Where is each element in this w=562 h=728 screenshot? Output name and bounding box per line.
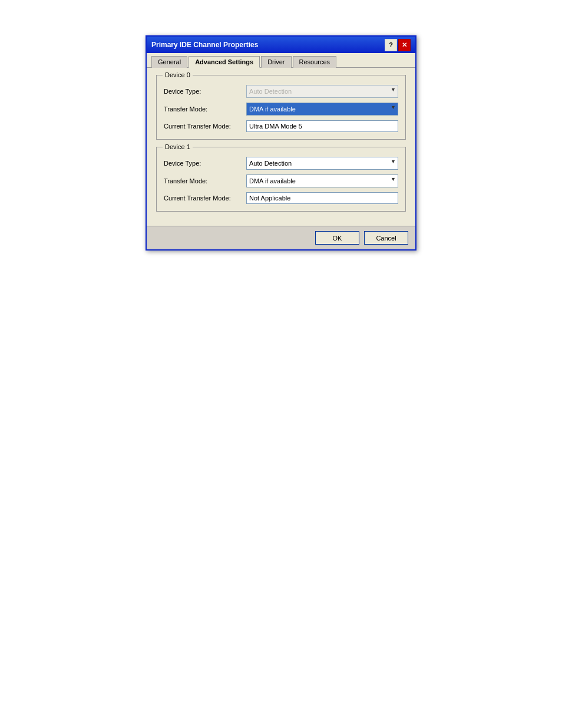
device0-legend: Device 0 (163, 71, 193, 78)
device1-transfer-wrapper: DMA if available (246, 174, 398, 187)
tab-driver[interactable]: Driver (261, 56, 291, 68)
tab-resources[interactable]: Resources (293, 56, 337, 68)
cancel-button[interactable]: Cancel (364, 231, 408, 245)
device1-type-wrapper: Auto Detection (246, 157, 398, 170)
dialog-window: Primary IDE Channel Properties ? ✕ Gener… (146, 35, 416, 251)
device1-current-label: Current Transfer Mode: (164, 195, 246, 202)
device0-type-wrapper: Auto Detection (246, 85, 398, 98)
device0-transfer-row: Transfer Mode: DMA if available (164, 103, 398, 116)
help-button[interactable]: ? (385, 39, 397, 51)
device1-transfer-select[interactable]: DMA if available (246, 174, 398, 187)
device1-legend: Device 1 (163, 143, 193, 150)
tab-bar: General Advanced Settings Driver Resourc… (147, 53, 415, 68)
title-bar: Primary IDE Channel Properties ? ✕ (147, 37, 415, 53)
device1-transfer-row: Transfer Mode: DMA if available (164, 174, 398, 187)
device1-current-row: Current Transfer Mode: (164, 192, 398, 204)
device0-type-row: Device Type: Auto Detection (164, 85, 398, 98)
device0-current-row: Current Transfer Mode: (164, 120, 398, 132)
device0-transfer-label: Transfer Mode: (164, 106, 246, 113)
device0-type-label: Device Type: (164, 88, 246, 95)
content-area: Device 0 Device Type: Auto Detection Tra… (147, 68, 415, 226)
device0-group: Device 0 Device Type: Auto Detection Tra… (156, 75, 406, 140)
dialog-title: Primary IDE Channel Properties (151, 41, 258, 49)
tab-advanced-settings[interactable]: Advanced Settings (189, 56, 260, 68)
device1-group: Device 1 Device Type: Auto Detection Tra… (156, 147, 406, 212)
device0-transfer-select[interactable]: DMA if available (246, 103, 398, 116)
device1-type-select[interactable]: Auto Detection (246, 157, 398, 170)
title-bar-buttons: ? ✕ (385, 39, 411, 51)
button-bar: OK Cancel (147, 226, 415, 249)
device1-current-value[interactable] (246, 192, 398, 204)
device0-current-label: Current Transfer Mode: (164, 123, 246, 130)
tab-general[interactable]: General (151, 56, 187, 68)
device0-current-value[interactable] (246, 120, 398, 132)
device1-type-row: Device Type: Auto Detection (164, 157, 398, 170)
device0-transfer-wrapper: DMA if available (246, 103, 398, 116)
device1-transfer-label: Transfer Mode: (164, 177, 246, 185)
close-button[interactable]: ✕ (398, 39, 411, 51)
ok-button[interactable]: OK (315, 231, 359, 245)
device1-type-label: Device Type: (164, 160, 246, 167)
device0-type-select[interactable]: Auto Detection (246, 85, 398, 98)
